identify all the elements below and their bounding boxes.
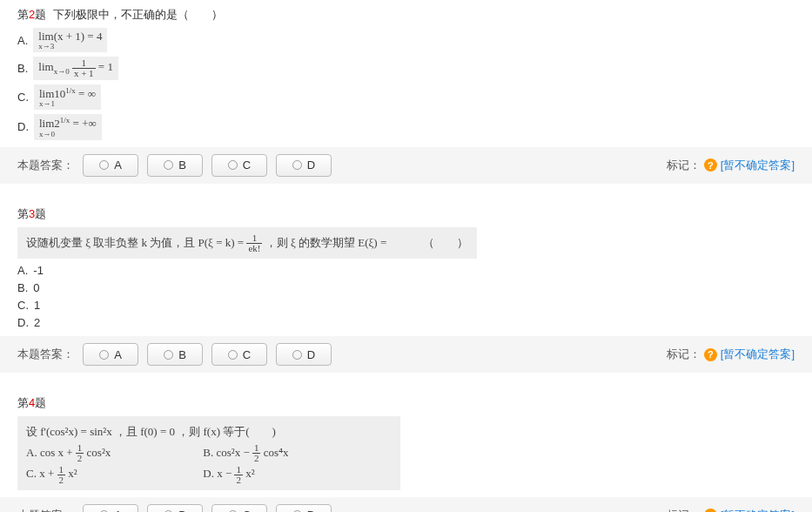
q3-stem: 设随机变量 ξ 取非负整 k 为值，且 P(ξ = k) = 1ek! ，则 ξ… <box>17 227 795 259</box>
option-letter: D. <box>17 120 29 133</box>
radio-icon <box>228 160 238 170</box>
math-expression: 设随机变量 ξ 取非负整 k 为值，且 P(ξ = k) = 1ek! ，则 ξ… <box>17 227 477 259</box>
math-expression: limx→0 1x + 1 = 1 <box>33 57 118 80</box>
math-expression: lim101/x = ∞x→1 <box>34 84 101 110</box>
q2-option-b: B. limx→0 1x + 1 = 1 <box>17 57 795 80</box>
q4-label: 第4题 <box>17 396 46 409</box>
answer-left: 本题答案： A B C D <box>17 343 332 366</box>
option-letter: A. <box>17 34 28 47</box>
answer-left: 本题答案： A B C D <box>17 504 332 512</box>
answer-btn-a[interactable]: A <box>83 343 138 366</box>
q3-label: 第3题 <box>17 207 46 220</box>
answer-bar-q4: 本题答案： A B C D 标记： ? [暂不确定答案] <box>0 497 812 512</box>
radio-icon <box>292 160 302 170</box>
math-expression: lim(x + 1) = 4x→3 <box>33 28 107 52</box>
q3-option-a: A.-1 <box>17 264 795 277</box>
answer-btn-b[interactable]: B <box>147 154 203 177</box>
answer-right: 标记： ? [暂不确定答案] <box>667 508 795 512</box>
radio-icon <box>228 350 238 360</box>
q2-option-c: C. lim101/x = ∞x→1 <box>17 84 795 110</box>
q2-option-d: D. lim21/x = +∞x→0 <box>17 114 795 139</box>
question-4: 第4题 设 f'(cos²x) = sin²x ，且 f(0) = 0 ，则 f… <box>0 388 812 489</box>
help-icon[interactable]: ? <box>704 158 717 172</box>
question-3: 第3题 设随机变量 ξ 取非负整 k 为值，且 P(ξ = k) = 1ek! … <box>0 199 812 330</box>
mark-label: 标记： <box>667 508 701 512</box>
option-letter: B. <box>17 62 28 75</box>
unsure-link[interactable]: [暂不确定答案] <box>721 158 795 173</box>
q3-option-b: B.0 <box>17 281 795 294</box>
answer-btn-d[interactable]: D <box>276 154 332 177</box>
q2-option-a: A. lim(x + 1) = 4x→3 <box>17 28 795 52</box>
mark-label: 标记： <box>667 347 701 362</box>
option-text: 0 <box>33 281 39 294</box>
help-icon[interactable]: ? <box>704 348 717 361</box>
answer-btn-b[interactable]: B <box>147 504 203 512</box>
option-letter: B. <box>17 281 28 294</box>
q2-label: 第2题 <box>17 8 46 21</box>
radio-icon <box>292 350 302 360</box>
q2-stem: 下列极限中，不正确的是（ ） <box>53 8 223 21</box>
question-3-header: 第3题 <box>17 206 795 222</box>
answer-btn-d[interactable]: D <box>276 504 332 512</box>
radio-icon <box>99 160 109 170</box>
radio-icon <box>164 350 173 360</box>
answer-btn-d[interactable]: D <box>276 343 332 366</box>
option-text: 1 <box>34 299 40 312</box>
question-4-header: 第4题 <box>17 395 795 411</box>
unsure-link[interactable]: [暂不确定答案] <box>721 508 795 512</box>
answer-label: 本题答案： <box>17 158 74 173</box>
answer-right: 标记： ? [暂不确定答案] <box>667 347 795 362</box>
radio-icon <box>99 350 109 360</box>
help-icon[interactable]: ? <box>704 509 717 512</box>
option-letter: A. <box>17 264 28 277</box>
answer-btn-c[interactable]: C <box>211 504 267 512</box>
q3-option-d: D.2 <box>17 316 795 329</box>
math-expression: 设 f'(cos²x) = sin²x ，且 f(0) = 0 ，则 f(x) … <box>17 416 400 489</box>
mark-label: 标记： <box>667 158 701 173</box>
answer-right: 标记： ? [暂不确定答案] <box>667 158 795 173</box>
answer-btn-b[interactable]: B <box>147 343 203 366</box>
answer-btn-a[interactable]: A <box>83 154 138 177</box>
q3-option-c: C.1 <box>17 299 795 312</box>
radio-icon <box>164 160 173 170</box>
answer-label: 本题答案： <box>17 508 74 512</box>
answer-btn-c[interactable]: C <box>211 343 267 366</box>
answer-btn-c[interactable]: C <box>211 154 267 177</box>
option-letter: D. <box>17 316 29 329</box>
option-letter: C. <box>17 91 29 104</box>
answer-bar-q2: 本题答案： A B C D 标记： ? [暂不确定答案] <box>0 147 812 184</box>
option-text: -1 <box>33 264 44 277</box>
math-expression: lim21/x = +∞x→0 <box>34 114 102 139</box>
q4-stem: 设 f'(cos²x) = sin²x ，且 f(0) = 0 ，则 f(x) … <box>17 416 795 489</box>
answer-btn-a[interactable]: A <box>83 504 138 512</box>
option-letter: C. <box>17 299 29 312</box>
question-2: 第2题 下列极限中，不正确的是（ ） A. lim(x + 1) = 4x→3 … <box>0 0 812 140</box>
answer-bar-q3: 本题答案： A B C D 标记： ? [暂不确定答案] <box>0 336 812 373</box>
option-text: 2 <box>34 316 40 329</box>
unsure-link[interactable]: [暂不确定答案] <box>721 347 795 362</box>
answer-left: 本题答案： A B C D <box>17 154 332 177</box>
answer-label: 本题答案： <box>17 347 74 362</box>
question-2-header: 第2题 下列极限中，不正确的是（ ） <box>17 7 795 23</box>
